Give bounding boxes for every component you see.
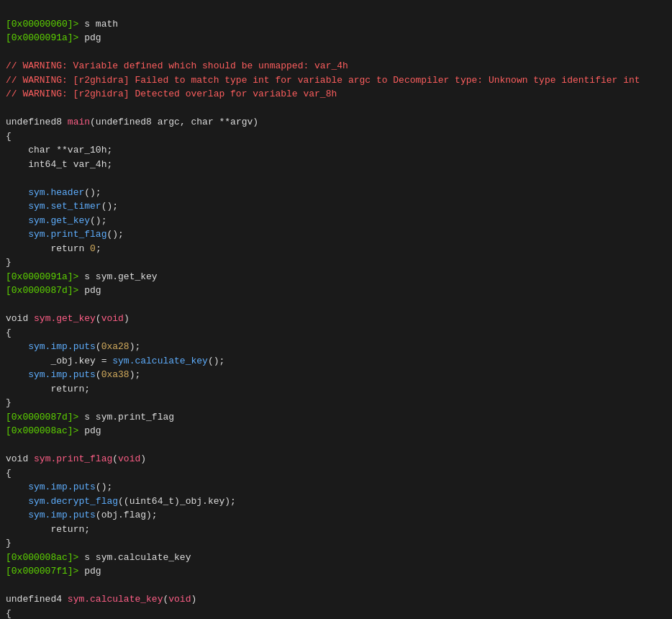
main-sig: undefined8 main(undefined8 argc, char **… xyxy=(6,117,258,127)
call-imp-puts-3: sym.imp.puts xyxy=(28,482,96,492)
cmd-6: pdg xyxy=(78,425,101,436)
call-header: sym.header xyxy=(28,187,84,198)
prompt-3: [0x0000091a]> xyxy=(6,271,78,282)
prompt-5: [0x0000087d]> xyxy=(6,412,78,423)
return-main: return 0; xyxy=(28,243,101,254)
warn-2: // WARNING: [r2ghidra] Failed to match t… xyxy=(6,75,640,86)
call-set-timer: sym.set_timer xyxy=(28,201,101,212)
cmd-5: s sym.print_flag xyxy=(78,412,174,423)
brace-close-getkey: } xyxy=(6,397,12,408)
prompt-8: [0x000007f1]> xyxy=(6,566,78,577)
call-print-flag: sym.print_flag xyxy=(28,229,106,240)
prompt-6: [0x000008ac]> xyxy=(6,425,78,436)
cmd-7: s sym.calculate_key xyxy=(78,552,191,563)
cmd-3: s sym.get_key xyxy=(78,271,157,282)
get-key-sig: void sym.get_key(void) xyxy=(6,313,130,324)
code-view: [0x00000060]> s math [0x0000091a]> pdg /… xyxy=(0,0,672,619)
cmd-8: pdg xyxy=(78,566,101,577)
cmd-4: pdg xyxy=(78,285,101,296)
brace-close-printflag: } xyxy=(6,538,12,548)
warn-1: // WARNING: Variable defined which shoul… xyxy=(6,60,348,71)
prompt-4: [0x0000087d]> xyxy=(6,285,78,296)
var-decl-2: int64_t var_4h; xyxy=(28,159,112,170)
warn-3: // WARNING: [r2ghidra] Detected overlap … xyxy=(6,89,337,99)
prompt-2: [0x0000091a]> xyxy=(6,32,78,43)
var-decl-1: char **var_10h; xyxy=(28,145,112,155)
brace-close-main: } xyxy=(6,257,12,268)
cmd-2: pdg xyxy=(78,32,101,43)
return-printflag: return; xyxy=(28,524,90,535)
calc-key-sig: undefined4 sym.calculate_key(void) xyxy=(6,594,196,605)
brace-open-printflag: { xyxy=(6,468,12,479)
brace-open-calckey: { xyxy=(6,608,12,619)
call-imp-puts-1: sym.imp.puts xyxy=(28,341,96,352)
brace-open-getkey: { xyxy=(6,327,12,338)
call-imp-puts-2: sym.imp.puts xyxy=(28,369,96,380)
brace-open-main: { xyxy=(6,131,12,142)
call-imp-puts-4: sym.imp.puts xyxy=(28,510,96,520)
return-getkey: return; xyxy=(28,384,90,394)
print-flag-sig: void sym.print_flag(void) xyxy=(6,453,146,464)
call-decrypt-flag: sym.decrypt_flag xyxy=(28,496,118,507)
call-get-key: sym.get_key xyxy=(28,215,90,226)
assign-key: _obj.key = sym.calculate_key(); xyxy=(28,356,224,366)
prompt-7: [0x000008ac]> xyxy=(6,552,78,563)
prompt-1: [0x00000060]> xyxy=(6,19,78,30)
cmd-1: s math xyxy=(78,19,118,30)
